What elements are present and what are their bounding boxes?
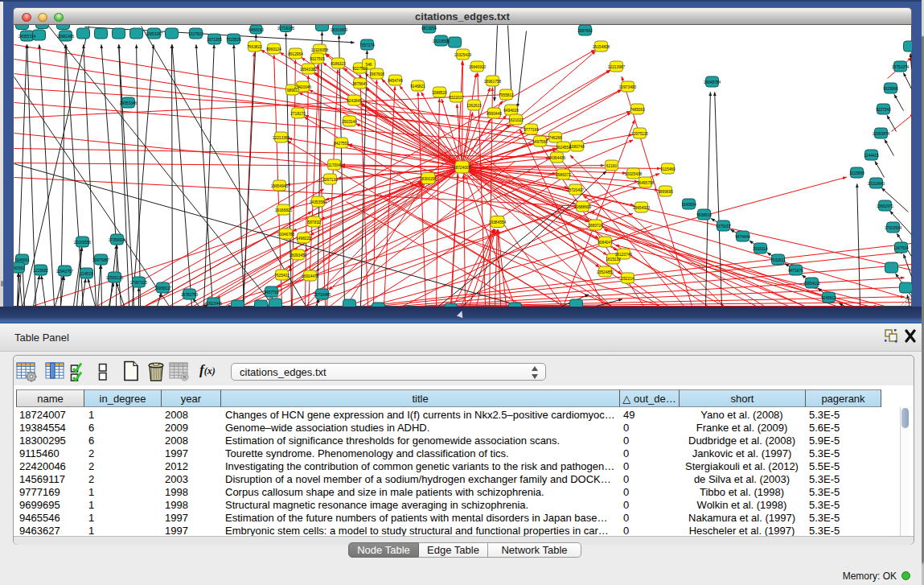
svg-text:16495758: 16495758 — [637, 181, 655, 185]
svg-text:18300295: 18300295 — [420, 177, 437, 181]
svg-text:13975887: 13975887 — [92, 258, 110, 262]
svg-text:19218506: 19218506 — [433, 39, 450, 43]
svg-text:8912954: 8912954 — [288, 52, 303, 56]
svg-text:16961758: 16961758 — [484, 80, 502, 84]
svg-text:1615132: 1615132 — [606, 257, 621, 262]
svg-text:1640954: 1640954 — [681, 203, 696, 207]
svg-text:10973493: 10973493 — [619, 85, 637, 89]
svg-text:1621022: 1621022 — [508, 118, 524, 122]
svg-text:2967608: 2967608 — [369, 72, 384, 76]
svg-text:8427552: 8427552 — [334, 142, 349, 146]
svg-text:16033809: 16033809 — [331, 28, 348, 32]
svg-text:10958117: 10958117 — [154, 286, 171, 290]
svg-text:2903144: 2903144 — [342, 120, 357, 124]
svg-text:117004: 117004 — [328, 163, 341, 167]
svg-text:252214: 252214 — [621, 277, 634, 281]
svg-text:7357274: 7357274 — [359, 43, 375, 47]
svg-text:16640910: 16640910 — [469, 65, 487, 69]
svg-text:9457791: 9457791 — [264, 290, 279, 295]
svg-text:12942757: 12942757 — [56, 270, 74, 274]
svg-text:16543382: 16543382 — [300, 68, 318, 72]
svg-text:29053346: 29053346 — [120, 101, 138, 105]
svg-text:7625402: 7625402 — [274, 274, 290, 278]
svg-text:9084047: 9084047 — [598, 241, 613, 245]
svg-text:17359914: 17359914 — [109, 238, 126, 242]
svg-text:12213369: 12213369 — [273, 136, 290, 140]
svg-text:1244415: 1244415 — [864, 154, 879, 158]
svg-text:1362615: 1362615 — [466, 104, 482, 108]
svg-text:20691406: 20691406 — [57, 35, 75, 39]
svg-text:1588520: 1588520 — [432, 91, 447, 95]
svg-text:19384554: 19384554 — [489, 220, 507, 225]
svg-text:1327602: 1327602 — [188, 32, 203, 36]
svg-text:587832: 587832 — [307, 220, 320, 225]
svg-text:15751074: 15751074 — [892, 65, 910, 69]
svg-text:12975115: 12975115 — [631, 132, 648, 136]
svg-text:3875645: 3875645 — [352, 82, 368, 86]
svg-text:114519: 114519 — [80, 272, 93, 276]
svg-text:13325419: 13325419 — [454, 53, 472, 57]
svg-text:13226058: 13226058 — [311, 48, 329, 52]
svg-text:8960124: 8960124 — [266, 47, 281, 51]
svg-text:1080748: 1080748 — [569, 145, 585, 149]
svg-text:14353584: 14353584 — [310, 200, 327, 204]
svg-text:9327508: 9327508 — [352, 67, 368, 71]
svg-text:8454749: 8454749 — [388, 79, 403, 83]
svg-text:17957225: 17957225 — [130, 281, 148, 285]
svg-text:10653267: 10653267 — [146, 32, 163, 36]
svg-text:16648784: 16648784 — [704, 80, 721, 84]
svg-text:7632621: 7632621 — [770, 258, 786, 262]
svg-text:19654923: 19654923 — [633, 206, 651, 210]
svg-text:9777169: 9777169 — [524, 128, 539, 132]
svg-text:6494028: 6494028 — [503, 109, 519, 113]
svg-text:8186323: 8186323 — [331, 62, 346, 66]
svg-text:62160: 62160 — [606, 164, 618, 168]
svg-text:9146821: 9146821 — [410, 84, 425, 89]
svg-text:5938918: 5938918 — [696, 213, 712, 217]
svg-text:3267130: 3267130 — [322, 178, 338, 182]
svg-text:24055724: 24055724 — [18, 35, 36, 39]
svg-text:2933114: 2933114 — [753, 247, 768, 251]
svg-text:15720407: 15720407 — [567, 188, 585, 192]
svg-text:8990448: 8990448 — [487, 112, 502, 116]
svg-text:8471676: 8471676 — [788, 269, 803, 273]
svg-text:12093874: 12093874 — [873, 132, 890, 136]
svg-text:9245612: 9245612 — [821, 296, 836, 300]
svg-text:10688609: 10688609 — [574, 205, 592, 209]
svg-text:7663822: 7663822 — [247, 45, 262, 49]
svg-text:7955812: 7955812 — [499, 93, 514, 97]
svg-text:9227342: 9227342 — [876, 108, 891, 112]
svg-text:7485063: 7485063 — [630, 108, 645, 112]
svg-text:1215682: 1215682 — [33, 269, 48, 273]
svg-text:9474444: 9474444 — [735, 235, 750, 239]
svg-text:19654945: 19654945 — [271, 184, 289, 188]
svg-text:15716485: 15716485 — [314, 293, 331, 297]
svg-text:0899695: 0899695 — [658, 190, 673, 194]
svg-text:3215958: 3215958 — [849, 171, 864, 175]
svg-text:6379197: 6379197 — [716, 225, 731, 229]
svg-text:13692971: 13692971 — [877, 204, 894, 208]
svg-text:16154808: 16154808 — [593, 45, 610, 49]
svg-text:1671355: 1671355 — [207, 38, 222, 42]
svg-text:2718170: 2718170 — [290, 112, 306, 116]
svg-text:7515526: 7515526 — [226, 38, 241, 42]
svg-text:391591: 391591 — [14, 266, 25, 270]
svg-text:9329966: 9329966 — [883, 87, 898, 91]
svg-text:6466160: 6466160 — [248, 28, 264, 32]
svg-text:9327505: 9327505 — [310, 57, 325, 61]
svg-text:13524851: 13524851 — [597, 270, 614, 274]
svg-text:20206556: 20206556 — [74, 241, 92, 245]
svg-text:10025438: 10025438 — [625, 172, 643, 176]
svg-text:2687682: 2687682 — [577, 29, 593, 33]
svg-text:8813054: 8813054 — [421, 27, 437, 31]
svg-text:9242845: 9242845 — [347, 99, 362, 103]
svg-text:1498222: 1498222 — [296, 237, 311, 241]
svg-text:24364436: 24364436 — [548, 156, 566, 160]
svg-text:1945061: 1945061 — [14, 258, 30, 262]
svg-text:1167534: 1167534 — [893, 246, 909, 250]
svg-text:8322037: 8322037 — [449, 96, 464, 100]
svg-text:16914479: 16914479 — [302, 274, 319, 278]
svg-text:16782759: 16782759 — [181, 293, 199, 297]
svg-text:12213967: 12213967 — [608, 65, 626, 69]
svg-text:746266: 746266 — [548, 136, 561, 140]
